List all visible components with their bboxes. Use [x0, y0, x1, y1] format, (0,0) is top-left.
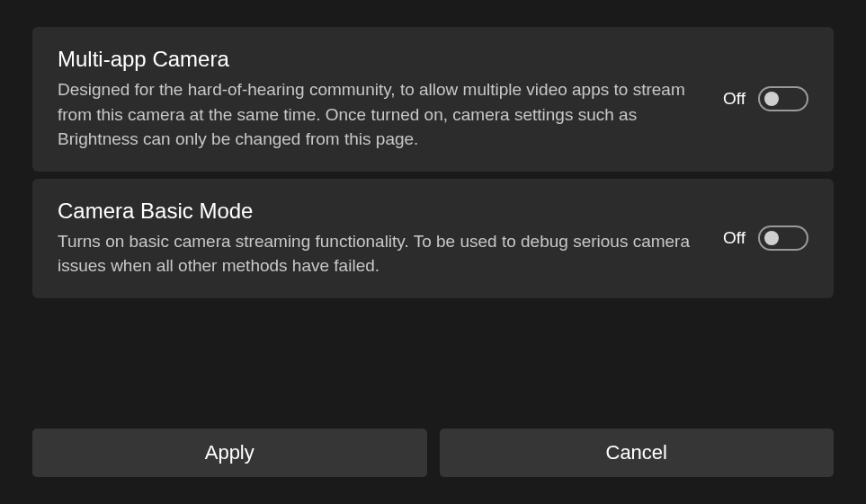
- setting-multi-app-camera: Multi-app Camera Designed for the hard-o…: [32, 27, 834, 172]
- toggle-state-label: Off: [723, 89, 745, 109]
- setting-text: Camera Basic Mode Turns on basic camera …: [58, 199, 701, 279]
- cancel-button[interactable]: Cancel: [440, 429, 835, 477]
- setting-text: Multi-app Camera Designed for the hard-o…: [58, 47, 701, 152]
- toggle-state-label: Off: [723, 228, 745, 248]
- apply-button[interactable]: Apply: [32, 429, 427, 477]
- setting-title: Multi-app Camera: [58, 47, 701, 72]
- settings-list: Multi-app Camera Designed for the hard-o…: [0, 0, 866, 298]
- toggle-group: Off: [723, 86, 808, 111]
- setting-title: Camera Basic Mode: [58, 199, 701, 224]
- setting-description: Turns on basic camera streaming function…: [58, 229, 701, 279]
- setting-camera-basic-mode: Camera Basic Mode Turns on basic camera …: [32, 179, 834, 298]
- button-row: Apply Cancel: [32, 429, 834, 477]
- toggle-knob: [764, 231, 779, 245]
- setting-description: Designed for the hard-of-hearing communi…: [58, 77, 701, 152]
- toggle-knob: [764, 92, 779, 106]
- camera-basic-mode-toggle[interactable]: [758, 225, 808, 251]
- multi-app-camera-toggle[interactable]: [758, 86, 808, 111]
- toggle-group: Off: [723, 225, 808, 251]
